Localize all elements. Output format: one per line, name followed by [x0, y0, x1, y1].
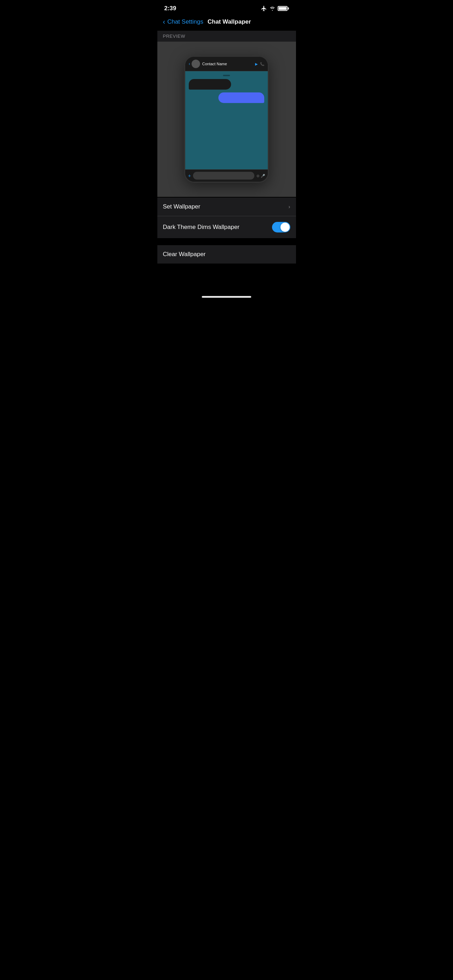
phone-back-icon: ‹: [189, 61, 190, 66]
phone-input-icons: ⊙ 🎤: [256, 174, 265, 178]
status-bar: 2:39: [157, 0, 296, 15]
phone-camera-icon: ⊙: [256, 174, 259, 178]
phone-avatar: [192, 60, 200, 68]
wifi-icon: [269, 6, 275, 11]
clear-wallpaper-row[interactable]: Clear Wallpaper: [157, 245, 296, 264]
page-spacer: [157, 264, 296, 292]
preview-area: ‹ Contact Name ▶ 📞 + ⊙ 🎤: [157, 41, 296, 197]
sent-bubble: [218, 92, 264, 103]
home-indicator: [157, 292, 296, 301]
phone-messages-area: [185, 71, 268, 169]
preview-section-label: PREVIEW: [157, 31, 296, 41]
toggle-thumb: [280, 223, 290, 232]
phone-contact-name: Contact Name: [202, 62, 255, 66]
phone-input-bar: + ⊙ 🎤: [185, 169, 268, 182]
set-wallpaper-row[interactable]: Set Wallpaper ›: [157, 197, 296, 216]
settings-section-1: Set Wallpaper › Dark Theme Dims Wallpape…: [157, 197, 296, 238]
page-title: Chat Wallpaper: [207, 18, 251, 25]
phone-date-pill: [223, 75, 230, 76]
airplane-icon: [261, 5, 267, 12]
battery-icon: [278, 6, 289, 11]
received-bubble: [189, 79, 231, 90]
set-wallpaper-chevron-icon: ›: [289, 204, 290, 210]
phone-mockup: ‹ Contact Name ▶ 📞 + ⊙ 🎤: [184, 56, 269, 183]
phone-video-icon: ▶: [255, 62, 258, 66]
phone-plus-icon: +: [188, 173, 191, 178]
page: 2:39 ‹ Chat Settings Chat Wallpaper: [157, 0, 296, 301]
status-icons: [261, 5, 289, 12]
status-time: 2:39: [164, 5, 176, 12]
toggle-track[interactable]: [272, 222, 290, 232]
home-indicator-bar: [202, 296, 251, 298]
phone-nav-icons: ▶ 📞: [255, 62, 264, 66]
dark-theme-row[interactable]: Dark Theme Dims Wallpaper: [157, 216, 296, 238]
phone-nav-bar: ‹ Contact Name ▶ 📞: [185, 57, 268, 71]
phone-mic-icon: 🎤: [261, 174, 265, 178]
settings-section-2: Clear Wallpaper: [157, 245, 296, 264]
set-wallpaper-label: Set Wallpaper: [163, 203, 200, 210]
phone-input-field: [193, 172, 254, 180]
back-button-label: Chat Settings: [167, 18, 203, 25]
clear-wallpaper-label: Clear Wallpaper: [163, 251, 206, 258]
back-button[interactable]: ‹ Chat Settings: [163, 18, 203, 26]
nav-bar: ‹ Chat Settings Chat Wallpaper: [157, 15, 296, 31]
phone-call-icon: 📞: [260, 62, 264, 66]
back-chevron-icon: ‹: [163, 18, 165, 26]
dark-theme-label: Dark Theme Dims Wallpaper: [163, 224, 240, 231]
dark-theme-toggle[interactable]: [272, 222, 290, 232]
